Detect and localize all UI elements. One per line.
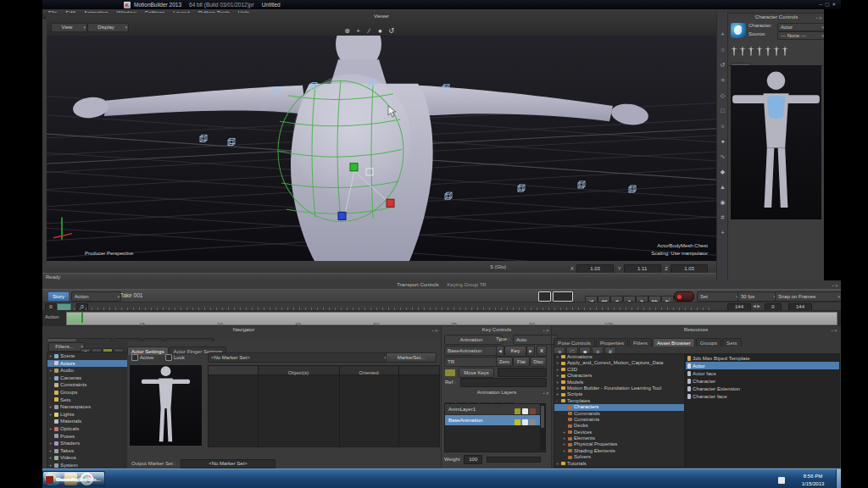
scene-tree-item[interactable]: -Cameras (47, 374, 128, 382)
layers-scrollbar[interactable] (540, 404, 545, 450)
scene-tree-item[interactable]: +Actors (47, 360, 128, 368)
focus-icon[interactable]: ◉ (718, 197, 728, 208)
move-keys-button[interactable]: Move Keys (459, 368, 494, 378)
panel-close-icon[interactable]: ✕ (546, 328, 550, 333)
layout-icon[interactable]: ≡ (718, 75, 728, 86)
scene-tree-item[interactable]: Sets (47, 396, 128, 404)
animation-layer-row[interactable]: AnimLayer1 (445, 404, 545, 415)
delete-key-button[interactable]: X (537, 346, 547, 357)
move-keys-options[interactable] (498, 368, 547, 377)
layer-mode-chip[interactable] (515, 408, 520, 414)
fps-select[interactable]: 30 fps (737, 291, 777, 302)
view-button[interactable]: View (51, 23, 87, 32)
asset-folder-item[interactable]: Commands (554, 411, 684, 417)
next-key-button[interactable]: ▶ (526, 346, 535, 357)
resources-tab[interactable]: Filters (629, 338, 652, 347)
zero-button[interactable]: Zero (496, 357, 513, 367)
scene-tree-item[interactable]: +Namespaces (47, 403, 128, 411)
viewport-3d[interactable]: Producer Perspective ActorBodyMesh:Chest… (47, 36, 716, 261)
resources-tab[interactable]: Sets (722, 338, 741, 347)
scene-tree-item[interactable]: +Takes (47, 447, 128, 455)
viewport-3d-canvas[interactable] (47, 36, 716, 261)
asset-folder-item[interactable]: +Physical Properties (554, 441, 684, 447)
animation-button[interactable]: Animation (444, 335, 503, 345)
asset-list-item[interactable]: Character face (686, 392, 839, 400)
scene-tree-item[interactable]: +Scene (47, 352, 128, 360)
retarget-icon[interactable] (765, 47, 771, 56)
transport-mode-select[interactable]: Action (71, 291, 121, 302)
asset-folder-item[interactable]: -Templates (554, 398, 684, 404)
rotate-view-icon[interactable]: ↺ (718, 59, 728, 70)
scene-tree-item[interactable]: +System (47, 462, 128, 469)
disc-button[interactable]: Disc (530, 357, 547, 367)
asset-folder-item[interactable]: +Tutorials (554, 461, 684, 467)
cube-tool-icon[interactable]: □ (718, 105, 728, 116)
camera-tool-icon[interactable]: ▲ (718, 181, 728, 192)
clock[interactable]: 8:56 PM 1/15/2013 (792, 473, 834, 488)
asset-folder-item[interactable]: +Elements (554, 435, 684, 441)
frame-spinner[interactable]: ◀ ▶ (753, 303, 760, 308)
light-tool-icon[interactable]: ☼ (718, 120, 728, 131)
skeleton-icon[interactable] (748, 47, 754, 56)
snap-select[interactable]: Snap on Frames (775, 291, 841, 302)
title-bar[interactable]: KMotionBuilder 201364 bit (Build 03/01/2… (42, 0, 841, 9)
scene-tree-item[interactable]: Poses (47, 433, 128, 441)
resources-tab[interactable]: Groups (696, 338, 721, 347)
markerset-button[interactable]: MarkerSet... (386, 352, 437, 363)
character-select[interactable]: Actor (777, 23, 826, 31)
asset-folder-item[interactable]: Decks (554, 423, 684, 429)
show-desktop-button[interactable] (836, 469, 841, 488)
layer-visibility-chip[interactable] (522, 408, 528, 414)
render-icon[interactable]: ● (718, 136, 728, 147)
prev-key-button[interactable]: ◀ (496, 346, 504, 357)
curve-tool-icon[interactable]: ∿ (718, 151, 728, 162)
asset-folder-item[interactable]: Solvers (554, 454, 684, 460)
ref-input[interactable] (460, 378, 547, 387)
panel-close-icon[interactable]: ✕ (834, 328, 838, 333)
set-select[interactable]: Set (697, 291, 740, 302)
bone-tool-icon[interactable]: ◆ (718, 166, 728, 177)
plot-character-icon[interactable] (756, 47, 763, 56)
filters-button[interactable]: Filters... (48, 342, 85, 352)
close-button[interactable]: ✕ (832, 2, 838, 7)
record-button[interactable] (674, 291, 694, 302)
display-button[interactable]: Display (87, 23, 129, 32)
key-button[interactable]: Key (504, 346, 526, 357)
asset-folder-item[interactable]: +Characters (554, 373, 684, 379)
asset-folder-item[interactable]: +Animations (554, 354, 684, 360)
layer-visibility-chip[interactable] (522, 419, 528, 425)
asset-list-item[interactable]: 3ds Max Biped Template (686, 354, 839, 362)
asset-folder-item[interactable]: +C3D (554, 367, 684, 373)
asset-folder-item[interactable]: Characters (554, 404, 684, 410)
axis-icon[interactable]: + (718, 227, 728, 238)
reach-icon[interactable] (782, 47, 788, 56)
grid-icon[interactable]: # (718, 212, 728, 223)
asset-list-item[interactable]: Character (686, 377, 839, 385)
marker-set-select[interactable]: <No Marker Set> (208, 352, 388, 363)
scene-tree-item[interactable]: +Audio (47, 367, 128, 374)
story-toggle[interactable]: Story (47, 291, 70, 302)
asset-folder-item[interactable]: Constraints (554, 417, 684, 423)
scale-tool-icon[interactable]: ◇ (718, 90, 728, 101)
scene-tree-item[interactable]: +Videos (47, 454, 128, 462)
take-label[interactable]: Take 001 (120, 292, 142, 298)
character-preview[interactable] (731, 65, 821, 219)
asset-folder-item[interactable]: +Devices (554, 430, 684, 435)
scene-tree-item[interactable]: Groups (47, 389, 128, 396)
layer-mode-chip[interactable] (515, 419, 520, 425)
actor-icon[interactable] (739, 47, 746, 56)
weight-value[interactable]: 100 (464, 455, 482, 464)
marker-table[interactable]: Object(s)Oriented (208, 365, 440, 447)
taskbar-window-button[interactable]: Recording... (42, 471, 105, 486)
scene-tree-item[interactable]: +Opticals (47, 425, 128, 433)
asset-folder-item[interactable]: +Models (554, 380, 684, 385)
asset-list-item[interactable]: Actor face (686, 369, 839, 377)
mirror-icon[interactable] (773, 47, 780, 56)
asset-list-item[interactable]: Actor (686, 362, 839, 369)
panel-close-icon[interactable]: ✕ (819, 15, 823, 20)
output-marker-set-value[interactable]: <No Marker Set> (181, 459, 275, 469)
layer-lock-chip[interactable] (530, 408, 536, 414)
scene-tree-item[interactable]: Materials (47, 418, 128, 425)
source-select[interactable]: --- None --- (777, 31, 826, 40)
layer-select[interactable]: BaseAnimation (444, 346, 503, 356)
